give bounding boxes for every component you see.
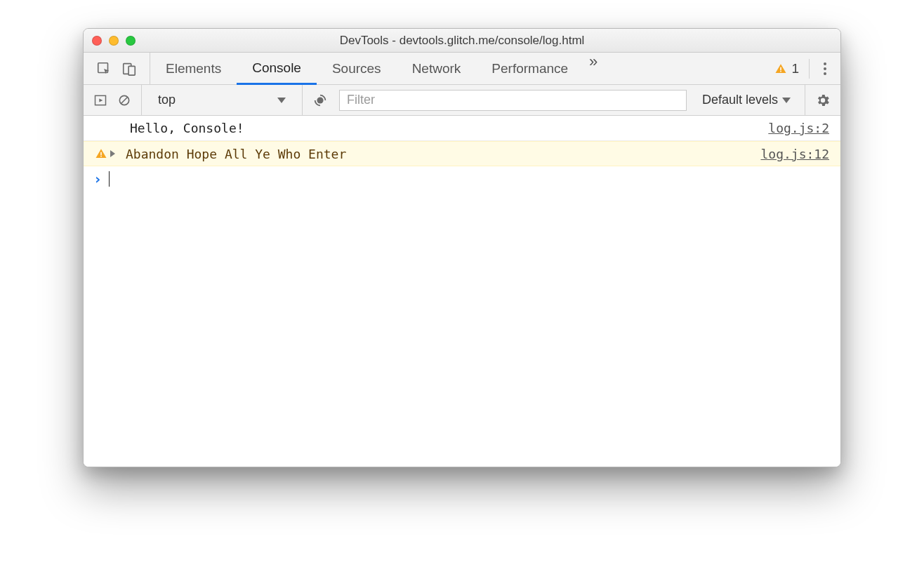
svg-rect-2 [128,66,135,75]
console-toolbar: top Default levels [84,85,840,116]
source-link[interactable]: log.js:2 [768,121,829,135]
svg-point-9 [317,97,323,103]
console-output: Hello, Console! log.js:2 Abandon Hope Al… [84,116,840,467]
prompt-caret-icon: › [91,171,107,187]
window-title: DevTools - devtools.glitch.me/console/lo… [84,34,840,48]
chevron-down-icon [277,98,286,103]
console-settings-icon[interactable] [805,93,840,108]
toggle-sidebar-icon[interactable] [93,93,107,107]
log-levels-selector[interactable]: Default levels [698,93,795,107]
main-tabbar: Elements Console Sources Network Perform… [84,53,840,85]
log-levels-label: Default levels [702,93,778,107]
execution-context-selector[interactable]: top [152,90,292,111]
text-cursor [109,171,110,187]
more-tabs-button[interactable]: » [583,53,603,84]
tab-console[interactable]: Console [237,53,317,85]
warning-icon [95,147,107,160]
svg-line-8 [121,97,128,104]
filter-input[interactable] [339,90,687,111]
tab-sources-label: Sources [332,61,381,76]
chevron-down-icon [782,98,791,103]
disclosure-triangle-icon[interactable] [110,150,115,157]
issues-counter[interactable]: 1 [774,61,799,76]
console-row-log: Hello, Console! log.js:2 [84,116,840,141]
settings-menu-button[interactable] [819,58,831,79]
svg-rect-4 [781,71,782,72]
execution-context-label: top [158,93,176,107]
minimize-window-button[interactable] [109,36,119,46]
console-message: Abandon Hope All Ye Who Enter [126,147,760,161]
tab-performance[interactable]: Performance [476,53,583,84]
close-window-button[interactable] [92,36,102,46]
traffic-lights [92,36,136,46]
device-toolbar-icon[interactable] [121,61,137,76]
console-message: Hello, Console! [126,121,768,135]
svg-rect-3 [781,67,782,70]
tab-elements[interactable]: Elements [150,53,237,84]
console-row-warn: Abandon Hope All Ye Who Enter log.js:12 [84,141,840,166]
zoom-window-button[interactable] [126,36,136,46]
clear-console-icon[interactable] [117,93,131,107]
console-prompt[interactable]: › [84,166,840,192]
tab-network[interactable]: Network [397,53,477,84]
live-expression-icon[interactable] [312,93,328,108]
svg-rect-11 [100,156,102,157]
warning-count: 1 [791,61,799,76]
titlebar: DevTools - devtools.glitch.me/console/lo… [84,29,840,53]
devtools-window: DevTools - devtools.glitch.me/console/lo… [83,28,841,467]
svg-marker-6 [99,98,103,102]
separator [809,59,810,79]
inspect-element-icon[interactable] [96,61,112,76]
svg-rect-10 [100,152,102,156]
source-link[interactable]: log.js:12 [760,147,829,161]
tab-elements-label: Elements [166,61,221,76]
tab-performance-label: Performance [491,61,568,76]
tab-sources[interactable]: Sources [317,53,397,84]
tab-network-label: Network [412,61,461,76]
tab-console-label: Console [252,60,301,76]
warning-icon [774,62,787,75]
